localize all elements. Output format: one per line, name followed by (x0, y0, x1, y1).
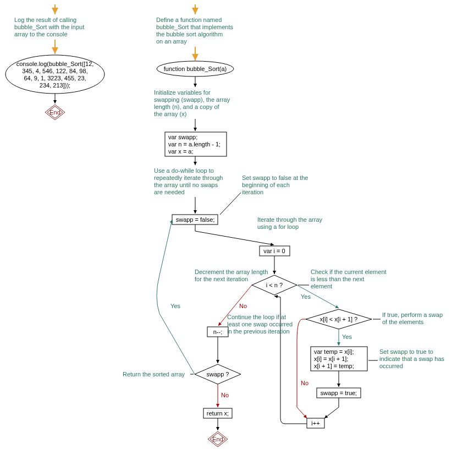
annot-init-l4: the array (x) (154, 111, 186, 117)
annot-ret: Return the sorted array (123, 371, 185, 377)
cond-x-no-label: No (301, 380, 308, 386)
annot-cont-l1: Continue the loop if at (227, 314, 286, 320)
annot-settrue-l1: Set swapp to true to (379, 348, 433, 355)
swapp-true-label: swapp = true; (321, 390, 357, 396)
cond-x-label: x[i] < x[i + 1] ? (320, 316, 357, 322)
call-l3: 64, 9, 1, 3223, 455, 23, (24, 75, 86, 81)
cond-swapp-no-label: No (221, 392, 229, 398)
cond-i-label: i < n ? (266, 282, 283, 288)
annot-settrue-l2: indicate that a swap has (379, 355, 445, 362)
return-label: return x; (207, 410, 229, 417)
annot-setfalse-leader (220, 193, 241, 215)
cond-x-yes-label: Yes (342, 333, 352, 340)
cond-x-no-arrow (297, 319, 307, 418)
swap-l1: var temp = x[i]; (314, 348, 354, 355)
annot-def-l3: the bubble sort algorithm (156, 31, 223, 37)
init-l1: var swapp; (168, 134, 197, 140)
swap-l3: x[i + 1] = temp; (314, 363, 354, 369)
annot-settrue-l3: occurred (379, 363, 403, 369)
annot-swap-l2: of the elements (382, 319, 424, 325)
ndec-label: n--; (213, 329, 223, 335)
annot-setfalse-l3: iteration (242, 189, 263, 195)
annot-check-l3: element (311, 283, 332, 289)
annot-cont-l2: least one swap occurred (227, 321, 293, 327)
annot-do-l3: the array until no swaps (154, 182, 218, 188)
cond-i-no-label: No (239, 303, 247, 309)
annot-setfalse-l1: Set swapp to false at the (242, 174, 308, 181)
annot-dec-l1: Decrement the array length (195, 269, 268, 275)
annot-check-l1: Check if the current element (311, 269, 387, 275)
var-i-label: var i = 0 (263, 248, 285, 254)
swapp-false-label: swapp = false; (176, 216, 215, 223)
annot-check-l2: is less than the next (311, 276, 364, 282)
end-right: End (208, 431, 228, 447)
annot-init-l3: length (n), and a copy of (154, 103, 220, 110)
annot-do-l2: repeatedly iterate through (154, 174, 223, 181)
init-l2: var n = a.length - 1; (168, 141, 221, 147)
annot-log-l2: bubble_Sort with the input (14, 24, 84, 30)
annot-log-l3: array to the console (14, 31, 68, 37)
annot-do-l4: are needed (154, 189, 185, 195)
annot-def-l1: Define a function named (156, 17, 222, 23)
annot-def-l4: on an array (156, 38, 187, 45)
annot-swap-l1: If true, perform a swap (382, 311, 443, 318)
cond-i-yes-label: Yes (301, 293, 311, 300)
annot-log-l1: Log the result of calling (14, 17, 76, 23)
cond-swapp-label: swapp ? (207, 371, 229, 377)
call-l1: console.log(bubble_Sort([12, (16, 61, 94, 67)
call-l4: 234, 213])); (40, 82, 70, 89)
ipp-label: i++ (311, 420, 319, 426)
cond-swapp-yes-arrow (157, 220, 195, 374)
end-right-label: End (212, 436, 223, 442)
swap-l2: x[i] = x[i + 1]; (314, 355, 348, 362)
annot-cont-l3: in the previous iteration (227, 328, 290, 335)
annot-def-l2: bubble_Sort that implements (156, 24, 234, 30)
annot-dec-l2: for the next iteration (195, 276, 248, 282)
annot-for-l2: using a for loop (257, 223, 299, 230)
annot-for-l1: Iterate through the array (257, 216, 323, 223)
call-l2: 345, 4, 546, 122, 84, 98, (22, 68, 87, 74)
arrow-true-to-ipp (324, 398, 339, 418)
func-label: function bubble_Sort(a) (164, 65, 227, 72)
annot-do-l1: Use a do-while loop to (154, 167, 214, 174)
annot-init-l2: swapping (swapp), the array (154, 96, 230, 103)
end-left: End (45, 105, 65, 120)
init-l3: var x = a; (168, 148, 194, 155)
cond-swapp-yes-label: Yes (170, 303, 180, 309)
annot-init-l1: Initialize variables for (154, 89, 211, 96)
end-left-label: End (49, 109, 60, 116)
annot-setfalse-l2: beginning of each (242, 182, 290, 188)
flowchart: Log the result of calling bubble_Sort wi… (0, 0, 463, 476)
